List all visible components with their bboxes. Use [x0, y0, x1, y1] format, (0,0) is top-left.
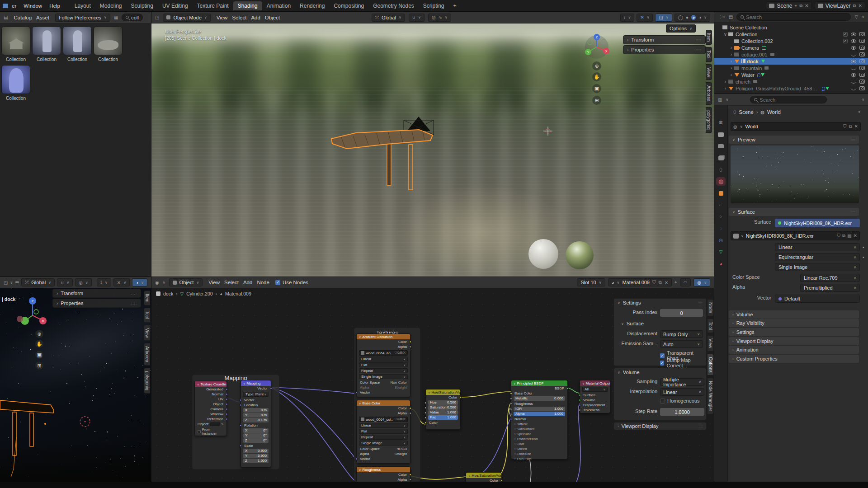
value-slider[interactable]: Y-5.900: [243, 454, 269, 458]
outliner-row[interactable]: Collection.002: [714, 38, 868, 44]
node-header[interactable]: ∨Ambient Occlusion: [357, 334, 410, 339]
sidebar-tab[interactable]: View: [144, 325, 150, 341]
node-hue-saturation-value-2[interactable]: ∨Hue/Saturation/Value Color: [466, 472, 502, 482]
menu-item[interactable]: Select: [222, 279, 241, 286]
value-slider[interactable]: Hue0.500: [428, 400, 458, 405]
editor-type-icon[interactable]: ▤: [729, 14, 733, 19]
outliner-row[interactable]: › dock: [714, 58, 868, 65]
disable-render-icon[interactable]: [859, 52, 865, 56]
outliner-row[interactable]: › cottage.001: [714, 51, 868, 58]
unlink-icon[interactable]: ✕: [854, 233, 857, 239]
emission-sampling-dropdown[interactable]: Auto∨: [660, 340, 703, 348]
outliner-row[interactable]: Scene Collection: [714, 24, 868, 31]
colorspace-value[interactable]: Non-Color: [391, 380, 407, 385]
colorspace-dropdown[interactable]: Linear Rec.709∨: [800, 274, 860, 282]
hide-eye-icon[interactable]: [851, 81, 856, 84]
workspace-tab[interactable]: Layout: [70, 1, 95, 10]
gizmo-dropdown[interactable]: ⟟∨: [97, 278, 111, 286]
disable-render-icon[interactable]: [859, 32, 865, 36]
node-header[interactable]: ∨Mapping: [241, 380, 271, 386]
node-dropdown[interactable]: Linear∨: [359, 423, 408, 428]
node-output[interactable]: Color: [466, 478, 501, 482]
value-slider[interactable]: Y0°: [243, 433, 269, 438]
outliner-row[interactable]: › Camera: [714, 44, 868, 51]
pin-icon[interactable]: ⌖: [675, 280, 677, 285]
node-output[interactable]: Camera: [195, 407, 226, 412]
node-input[interactable]: Base Color: [511, 391, 567, 396]
target-dropdown[interactable]: All∨: [582, 387, 608, 392]
node-output[interactable]: Color: [357, 406, 410, 411]
node-dropdown[interactable]: Flat∨: [359, 429, 408, 434]
editor-type-icon[interactable]: ◳: [155, 15, 159, 20]
duplicate-icon[interactable]: ⧉: [659, 280, 662, 285]
outliner-item-label[interactable]: dock: [747, 59, 759, 64]
duplicate-icon[interactable]: ⧉: [849, 124, 852, 129]
node-canvas[interactable]: dock› ▽ Cylinder.200› ◕ Material.009: [151, 288, 714, 482]
asset-search-input[interactable]: coll: [122, 14, 143, 21]
menu-item[interactable]: Catalog: [11, 14, 34, 21]
sidebar-tab[interactable]: Options: [708, 354, 714, 375]
options-chevron-icon[interactable]: ∨: [862, 98, 864, 102]
node-input[interactable]: Rotation: [241, 423, 271, 428]
workspace-tab[interactable]: Sculpting: [127, 1, 158, 10]
viewport-3d[interactable]: ◳ Object Mode∨ ViewSelectAddObject ⤱Glob…: [151, 12, 714, 277]
hide-eye-icon[interactable]: [851, 54, 856, 56]
collapsed-section[interactable]: › Diffuse: [511, 422, 567, 427]
value-slider[interactable]: X0°: [243, 428, 269, 433]
menu-item[interactable]: Add: [249, 14, 262, 21]
workspace-tab[interactable]: UV Editing: [158, 1, 193, 10]
menu-item[interactable]: Window: [20, 2, 46, 10]
editor-type-icon[interactable]: ▤: [4, 15, 8, 20]
grid-view-icon[interactable]: ▦: [114, 15, 118, 20]
sidebar-tab[interactable]: Arborea: [706, 82, 712, 105]
expand-arrow-icon[interactable]: ›: [723, 86, 728, 91]
camera-view-icon[interactable]: ▣: [592, 84, 601, 93]
slot-dropdown[interactable]: Slot 10∨: [577, 278, 605, 286]
physics-icon[interactable]: ◌: [717, 225, 725, 232]
menu-item[interactable]: Help: [46, 2, 64, 10]
settings-panel-header[interactable]: ∨Settings::::: [614, 299, 706, 307]
workspace-tab[interactable]: Geometry Nodes: [368, 1, 419, 10]
collapsed-section[interactable]: › Coat: [511, 441, 567, 446]
collapsed-section[interactable]: › Sheen: [511, 446, 567, 451]
overlays-toggle[interactable]: ◍∨: [693, 278, 710, 286]
projection-dropdown[interactable]: Equirectangular∨: [775, 253, 860, 261]
material-preview-icon[interactable]: ◕: [691, 15, 696, 20]
node-header[interactable]: ∨Hue/Saturation/Value: [466, 473, 501, 478]
menu-item[interactable]: Object: [263, 14, 282, 21]
proportional-edit-dropdown[interactable]: ◎∨: [75, 278, 92, 286]
new-scene-icon[interactable]: ⧉: [799, 3, 802, 9]
menu-item[interactable]: View: [214, 14, 230, 21]
pass-index-field[interactable]: 0: [660, 309, 703, 317]
new-viewlayer-icon[interactable]: ⧉: [853, 3, 856, 9]
volume-panel-header[interactable]: ∨Volume: [614, 368, 706, 376]
menu-item[interactable]: Asset: [34, 14, 52, 21]
collapsed-section[interactable]: › Transmission: [511, 436, 567, 441]
value-slider[interactable]: Z1.000: [243, 459, 269, 463]
zoom-icon[interactable]: ⊕: [592, 61, 601, 70]
viewport-3d-secondary[interactable]: ◳∨ ☰ ⤱Global∨ ∪∨ ◎∨ ⟟∨ ✕∨ ◑∨ | dock Z X: [0, 277, 151, 482]
asset-thumbnail[interactable]: [1, 26, 30, 55]
wireframe-shading-icon[interactable]: ◯: [678, 15, 683, 20]
world-name-field[interactable]: World: [745, 124, 759, 129]
overlays-dropdown[interactable]: ✕∨: [113, 278, 130, 286]
volume-panel-header[interactable]: ›Volume: [729, 310, 859, 319]
node-input[interactable]: Displacement: [580, 403, 610, 408]
shader-editor[interactable]: ◉∨ Object∨ ViewSelectAddNode ✓Use Nodes …: [151, 277, 714, 482]
value-slider[interactable]: X0.900: [243, 449, 269, 453]
menu-item[interactable]: Add: [241, 279, 255, 286]
node-dropdown[interactable]: Single Image∨: [359, 374, 408, 379]
constraints-icon[interactable]: ◎: [717, 237, 725, 244]
workspace-tab[interactable]: Modeling: [95, 1, 127, 10]
sidebar-tab[interactable]: polygoniq: [706, 107, 712, 133]
editor-type-icon[interactable]: ◳: [4, 280, 8, 285]
disable-render-icon[interactable]: [859, 86, 865, 90]
surface-shader-field[interactable]: NightSkyHDRI009_8K_HDR.exr: [775, 219, 860, 227]
value-slider[interactable]: Y0 m: [243, 413, 269, 418]
options-dropdown[interactable]: Options∨: [666, 24, 696, 33]
expand-arrow-icon[interactable]: ›: [729, 59, 734, 64]
hide-eye-icon[interactable]: [851, 46, 856, 50]
filter-funnel-icon[interactable]: ▽: [854, 14, 858, 19]
exclude-checkbox[interactable]: [843, 39, 848, 43]
xray-toggle[interactable]: ◫∨: [655, 14, 672, 22]
